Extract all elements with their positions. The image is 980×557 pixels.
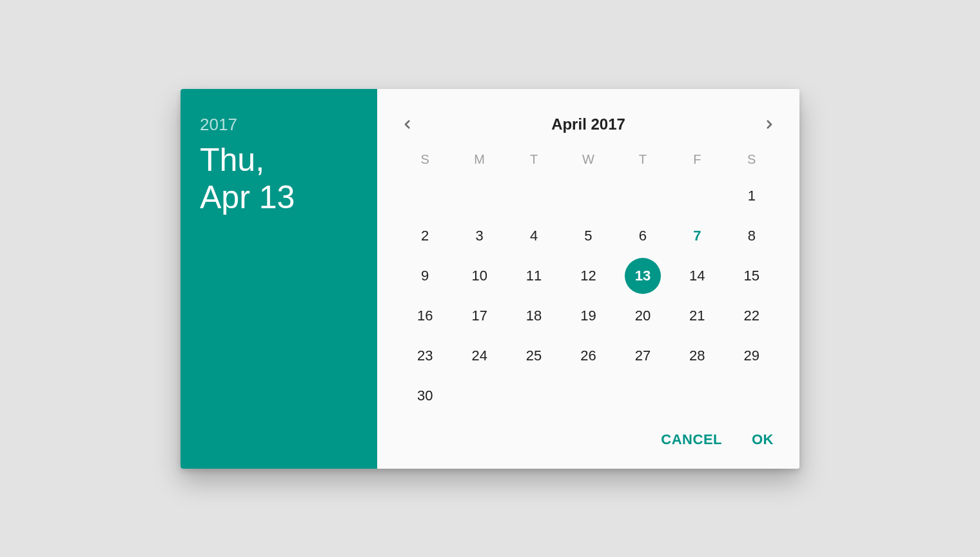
month-navigation: April 2017 — [398, 102, 779, 146]
ok-button[interactable]: OK — [752, 431, 774, 448]
day-cell[interactable]: 19 — [561, 296, 615, 336]
chevron-left-icon — [402, 119, 413, 130]
cancel-button[interactable]: CANCEL — [661, 431, 722, 448]
day-cell[interactable]: 1 — [725, 176, 779, 216]
calendar-panel: April 2017 SMTWTFS 123456789101112131415… — [377, 89, 799, 469]
selected-date-label[interactable]: Thu, Apr 13 — [200, 141, 358, 216]
day-cell[interactable]: 25 — [507, 336, 561, 376]
empty-cell — [452, 176, 506, 216]
selected-day-bubble: 13 — [625, 258, 661, 294]
day-cell[interactable]: 17 — [452, 296, 506, 336]
year-label[interactable]: 2017 — [200, 115, 358, 135]
day-cell[interactable]: 10 — [452, 256, 506, 296]
empty-cell — [398, 176, 452, 216]
previous-month-button[interactable] — [398, 115, 417, 134]
day-of-week-label: S — [398, 146, 452, 176]
day-cell[interactable]: 11 — [507, 256, 561, 296]
day-cell[interactable]: 9 — [398, 256, 452, 296]
date-picker-dialog: 2017 Thu, Apr 13 April 2017 SMTWTFS 1234… — [181, 89, 799, 469]
day-cell[interactable]: 12 — [561, 256, 615, 296]
day-cell[interactable]: 29 — [725, 336, 779, 376]
empty-cell — [670, 176, 724, 216]
day-of-week-label: W — [561, 146, 615, 176]
day-of-week-row: SMTWTFS — [398, 146, 779, 176]
day-of-week-label: F — [670, 146, 724, 176]
day-cell[interactable]: 7 — [670, 216, 724, 256]
day-cell[interactable]: 14 — [670, 256, 724, 296]
empty-cell — [616, 176, 670, 216]
day-of-week-label: T — [616, 146, 670, 176]
day-cell[interactable]: 16 — [398, 296, 452, 336]
day-cell[interactable]: 26 — [561, 336, 615, 376]
day-cell[interactable]: 15 — [725, 256, 779, 296]
day-cell[interactable]: 8 — [725, 216, 779, 256]
day-cell[interactable]: 20 — [616, 296, 670, 336]
day-of-week-label: S — [725, 146, 779, 176]
day-cell[interactable]: 3 — [452, 216, 506, 256]
day-cell[interactable]: 2 — [398, 216, 452, 256]
days-grid: 1234567891011121314151617181920212223242… — [398, 176, 779, 416]
empty-cell — [507, 176, 561, 216]
day-cell[interactable]: 21 — [670, 296, 724, 336]
dialog-actions: CANCEL OK — [398, 416, 779, 453]
day-of-week-label: T — [507, 146, 561, 176]
day-cell[interactable]: 23 — [398, 336, 452, 376]
empty-cell — [561, 176, 615, 216]
day-cell[interactable]: 5 — [561, 216, 615, 256]
day-cell[interactable]: 24 — [452, 336, 506, 376]
next-month-button[interactable] — [760, 115, 779, 134]
day-cell[interactable]: 28 — [670, 336, 724, 376]
day-cell[interactable]: 27 — [616, 336, 670, 376]
selected-monthday: Apr 13 — [200, 179, 358, 216]
day-of-week-label: M — [452, 146, 506, 176]
selected-weekday: Thu, — [200, 141, 358, 179]
day-cell[interactable]: 13 — [616, 256, 670, 296]
chevron-right-icon — [763, 119, 775, 130]
day-cell[interactable]: 30 — [398, 376, 452, 416]
day-cell[interactable]: 4 — [507, 216, 561, 256]
day-cell[interactable]: 18 — [507, 296, 561, 336]
month-title: April 2017 — [551, 115, 625, 133]
day-cell[interactable]: 22 — [725, 296, 779, 336]
day-cell[interactable]: 6 — [616, 216, 670, 256]
date-picker-header: 2017 Thu, Apr 13 — [181, 89, 377, 469]
